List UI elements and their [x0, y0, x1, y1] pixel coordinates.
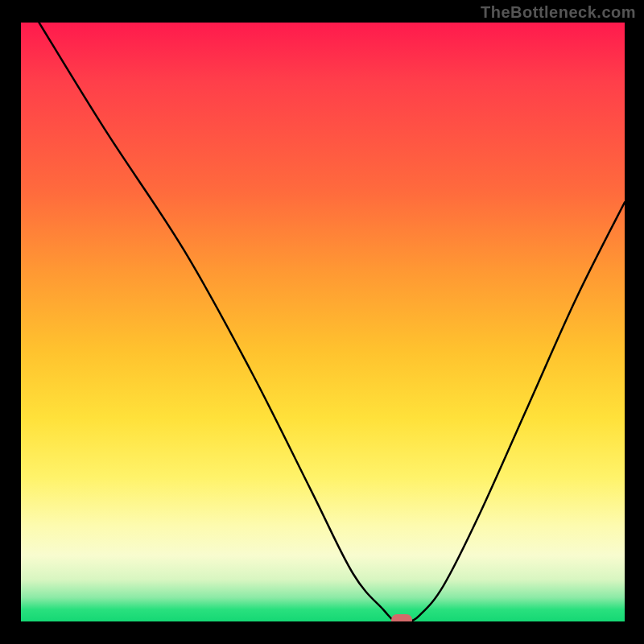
- plot-area: [21, 23, 625, 621]
- watermark-text: TheBottleneck.com: [481, 3, 636, 22]
- chart-frame: TheBottleneck.com: [0, 0, 644, 644]
- optimal-marker: [391, 614, 412, 621]
- bottleneck-curve: [21, 23, 625, 621]
